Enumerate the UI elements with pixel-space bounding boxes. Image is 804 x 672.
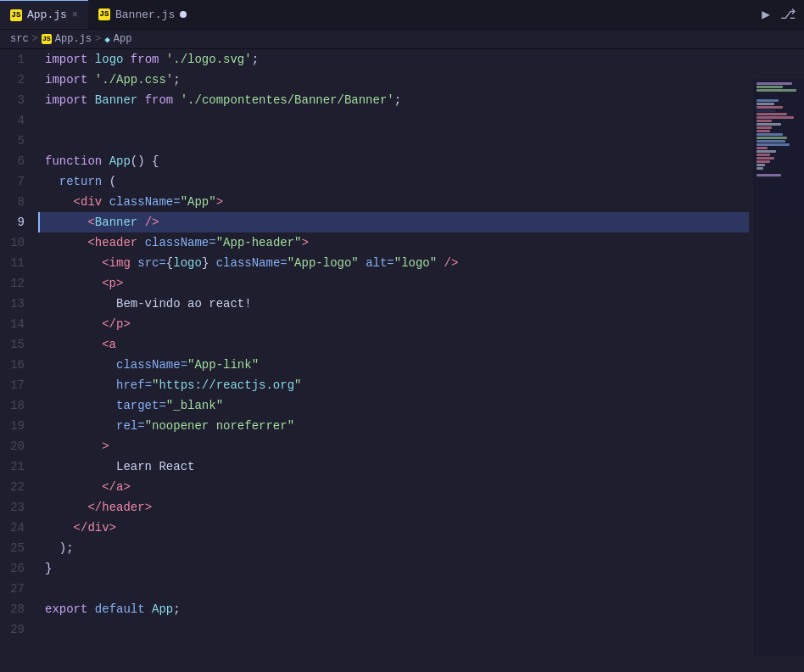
code-line-12: <p> bbox=[38, 273, 749, 294]
code-content[interactable]: import logo from './logo.svg'; import '.… bbox=[38, 49, 804, 669]
code-line-6: function App() { bbox=[38, 151, 749, 171]
breadcrumb-comp-icon: ◆ bbox=[104, 34, 110, 45]
ln-29: 29 bbox=[0, 619, 31, 640]
code-line-24: </div> bbox=[38, 518, 749, 538]
ln-19: 19 bbox=[0, 416, 31, 436]
breadcrumb-file: App.js bbox=[55, 33, 92, 45]
js-icon-banner: JS bbox=[98, 8, 110, 20]
ln-24: 24 bbox=[0, 518, 31, 538]
code-line-3: import Banner from './compontentes/Banne… bbox=[38, 90, 749, 110]
code-line-11: <img src={logo} className="App-logo" alt… bbox=[38, 253, 749, 273]
ln-17: 17 bbox=[0, 375, 31, 395]
ln-2: 2 bbox=[0, 70, 31, 90]
code-line-16: className="App-link" bbox=[38, 355, 749, 375]
ln-10: 10 bbox=[0, 232, 31, 253]
tab-label-banner: Banner.js bbox=[115, 8, 175, 21]
ln-28: 28 bbox=[0, 599, 31, 619]
toolbar-right: ▶ ⎇ bbox=[762, 6, 804, 23]
tab-modified-indicator bbox=[180, 11, 187, 18]
tab-close-app[interactable]: × bbox=[72, 9, 78, 21]
code-line-1: import logo from './logo.svg'; bbox=[38, 49, 749, 70]
code-line-18: target="_blank" bbox=[38, 395, 749, 416]
code-line-9: <Banner /> bbox=[38, 212, 749, 232]
ln-27: 27 bbox=[0, 579, 31, 599]
code-line-27 bbox=[38, 579, 749, 599]
code-line-23: </header> bbox=[38, 497, 749, 518]
minimap bbox=[753, 79, 804, 656]
code-line-13: Bem-vindo ao react! bbox=[38, 294, 749, 314]
ln-12: 12 bbox=[0, 273, 31, 294]
breadcrumb-src: src bbox=[10, 33, 29, 45]
ln-9: 9 bbox=[0, 212, 31, 232]
ln-23: 23 bbox=[0, 497, 31, 518]
code-line-19: rel="noopener noreferrer" bbox=[38, 416, 749, 436]
ln-25: 25 bbox=[0, 538, 31, 558]
ln-4: 4 bbox=[0, 110, 31, 131]
ln-21: 21 bbox=[0, 456, 31, 477]
run-icon[interactable]: ▶ bbox=[762, 6, 770, 23]
code-line-29 bbox=[38, 619, 749, 640]
ln-8: 8 bbox=[0, 192, 31, 212]
ln-5: 5 bbox=[0, 131, 31, 151]
code-line-4 bbox=[38, 110, 749, 131]
code-line-7: return ( bbox=[38, 171, 749, 192]
ln-7: 7 bbox=[0, 171, 31, 192]
code-line-10: <header className="App-header"> bbox=[38, 232, 749, 253]
breadcrumb-sep2: > bbox=[95, 33, 101, 45]
ln-20: 20 bbox=[0, 436, 31, 456]
ln-13: 13 bbox=[0, 294, 31, 314]
code-line-22: </a> bbox=[38, 477, 749, 497]
ln-26: 26 bbox=[0, 558, 31, 579]
breadcrumb-component: App bbox=[114, 33, 132, 45]
breadcrumb-js-icon: JS bbox=[42, 34, 52, 44]
ln-11: 11 bbox=[0, 253, 31, 273]
code-line-17: href="https://reactjs.org" bbox=[38, 375, 749, 395]
ln-15: 15 bbox=[0, 334, 31, 355]
line-numbers: 1 2 3 4 5 6 7 8 9 10 11 12 13 14 15 16 1… bbox=[0, 49, 38, 669]
code-line-21: Learn React bbox=[38, 456, 749, 477]
ln-18: 18 bbox=[0, 395, 31, 416]
tab-app-js[interactable]: JS App.js × bbox=[0, 0, 88, 29]
code-line-5 bbox=[38, 131, 749, 151]
code-line-2: import './App.css'; bbox=[38, 70, 749, 90]
code-line-14: </p> bbox=[38, 314, 749, 334]
breadcrumb: src > JS App.js > ◆ App bbox=[0, 30, 804, 49]
ln-6: 6 bbox=[0, 151, 31, 171]
code-line-25: ); bbox=[38, 538, 749, 558]
tab-bar: JS App.js × JS Banner.js ▶ ⎇ bbox=[0, 0, 804, 30]
ln-3: 3 bbox=[0, 90, 31, 110]
code-line-20: > bbox=[38, 436, 749, 456]
tab-label-app: App.js bbox=[27, 8, 67, 21]
ln-16: 16 bbox=[0, 355, 31, 375]
js-icon-app: JS bbox=[10, 9, 22, 21]
editor-area[interactable]: 1 2 3 4 5 6 7 8 9 10 11 12 13 14 15 16 1… bbox=[0, 49, 804, 669]
code-line-8: <div className="App"> bbox=[38, 192, 749, 212]
breadcrumb-sep1: > bbox=[32, 33, 38, 45]
code-line-26: } bbox=[38, 558, 749, 579]
branch-icon[interactable]: ⎇ bbox=[780, 6, 796, 23]
tab-banner-js[interactable]: JS Banner.js bbox=[88, 0, 197, 29]
ln-14: 14 bbox=[0, 314, 31, 334]
code-line-15: <a bbox=[38, 334, 749, 355]
ln-22: 22 bbox=[0, 477, 31, 497]
code-line-28: export default App; bbox=[38, 599, 749, 619]
ln-1: 1 bbox=[0, 49, 31, 70]
